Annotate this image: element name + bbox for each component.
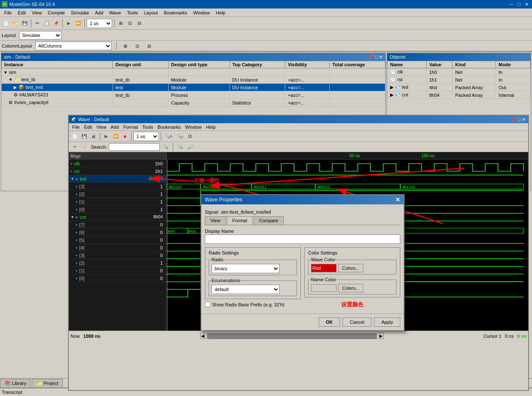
wave-add-btn[interactable]: + bbox=[71, 142, 79, 152]
display-name-input[interactable] bbox=[205, 235, 400, 244]
wave-pin-btn[interactable]: 📌 bbox=[511, 117, 517, 122]
maximize-btn[interactable]: □ bbox=[516, 2, 522, 7]
wave-stop-btn[interactable]: ■ bbox=[121, 132, 129, 141]
menu-view[interactable]: View bbox=[29, 10, 45, 16]
wave-color-input[interactable] bbox=[311, 264, 337, 272]
wave-title-btns[interactable]: 📌 □ ✕ bbox=[511, 117, 526, 122]
signal-cnt-2[interactable]: ♦ [2] 1 bbox=[69, 259, 166, 267]
enumerations-select[interactable]: default none bbox=[212, 285, 280, 294]
signal-cnt[interactable]: ▼ ◈ cnt 8h04 bbox=[69, 213, 166, 221]
sim-title-btns[interactable]: 📌 □ ✕ bbox=[368, 54, 383, 60]
sim-row-vsim[interactable]: ⚙ #vsim_capacity# CapacityStatistics+acc… bbox=[2, 99, 385, 107]
col-tb2[interactable]: ⊡ bbox=[133, 41, 141, 51]
ok-button[interactable]: OK bbox=[319, 317, 340, 327]
menu-compile[interactable]: Compile bbox=[45, 10, 67, 16]
obj-row-cnt[interactable]: ▶ 💎 cnt8h04Packed ArrayInternal bbox=[388, 91, 531, 99]
wave-menu-window[interactable]: Window bbox=[184, 124, 204, 130]
wave-scroll-left[interactable]: ◀ bbox=[200, 333, 205, 339]
close-btn[interactable]: ✕ bbox=[523, 2, 530, 7]
sim-row-always[interactable]: ⚙ #ALWAYS#23 test_tbProcess+acc=... bbox=[2, 91, 385, 99]
cnt-expand-icon[interactable]: ▼ bbox=[71, 215, 74, 219]
menu-wave[interactable]: Wave bbox=[107, 10, 124, 16]
col-design-unit-type[interactable]: Design unit type bbox=[168, 61, 229, 68]
paste-btn[interactable]: 📌 bbox=[52, 19, 60, 28]
wave-tb2[interactable]: 💾 bbox=[80, 132, 88, 141]
project-tab[interactable]: 📁 Project bbox=[32, 379, 63, 388]
signal-led-3[interactable]: ♦ [3] 1 bbox=[69, 183, 166, 190]
dialog-close-btn[interactable]: ✕ bbox=[395, 196, 400, 203]
wave-menu-file[interactable]: File bbox=[71, 124, 82, 130]
signal-clk[interactable]: ♦ clk 1h0 bbox=[69, 160, 166, 167]
signal-cnt-3[interactable]: ♦ [3] 0 bbox=[69, 252, 166, 259]
signal-led-2[interactable]: ♦ [2] 1 bbox=[69, 190, 166, 198]
wave-menu-help[interactable]: Help bbox=[204, 124, 218, 130]
layout-select[interactable]: Simulate Debug Default bbox=[19, 31, 62, 40]
radix-select[interactable]: binary hex decimal octal unsigned bbox=[212, 264, 280, 273]
tab-format[interactable]: Format bbox=[227, 216, 253, 225]
wave-max-btn[interactable]: □ bbox=[518, 117, 521, 122]
signal-cnt-7[interactable]: ♦ [7] 0 bbox=[69, 221, 166, 229]
wave-scroll-right[interactable]: ▶ bbox=[379, 333, 384, 339]
obj-col-value[interactable]: Value bbox=[426, 61, 452, 68]
col-instance[interactable]: Instance bbox=[2, 61, 113, 68]
obj-row-rst[interactable]: 🕐 rst1h1NetIn bbox=[388, 76, 531, 84]
tb2[interactable]: ⊡ bbox=[126, 19, 134, 28]
sim-row-testinst[interactable]: ▶ 📦 test_inst testModuleDU Instance+acc=… bbox=[2, 84, 385, 91]
menu-window[interactable]: Window bbox=[191, 10, 212, 16]
wave-menu-format[interactable]: Format bbox=[122, 124, 140, 130]
signal-cnt-5[interactable]: ♦ [5] 0 bbox=[69, 236, 166, 244]
wave-del-btn[interactable]: - bbox=[81, 142, 89, 152]
wave-zoom-in2[interactable]: 🔍 bbox=[176, 142, 184, 152]
menu-edit[interactable]: Edit bbox=[15, 10, 28, 16]
menu-add[interactable]: Add bbox=[93, 10, 106, 16]
column-layout-select[interactable]: AllColumns Standard Minimal bbox=[35, 42, 112, 50]
wave-step-btn[interactable]: ⏩ bbox=[111, 132, 120, 141]
sim-max-btn[interactable]: □ bbox=[375, 54, 378, 60]
step-btn[interactable]: ⏩ bbox=[74, 19, 82, 28]
name-colors-btn[interactable]: Colors... bbox=[338, 284, 363, 292]
obj-row-clk[interactable]: 🕐 clk1h0NetIn bbox=[388, 68, 531, 76]
wave-zoom-out[interactable]: 🔍- bbox=[175, 132, 185, 141]
time-unit-select[interactable]: 1 us bbox=[87, 19, 112, 28]
copy-btn[interactable]: 📋 bbox=[42, 19, 51, 28]
wave-menu-view[interactable]: View bbox=[95, 124, 108, 130]
sim-close-btn[interactable]: ✕ bbox=[379, 54, 383, 60]
show-radix-checkbox[interactable] bbox=[205, 302, 210, 307]
apply-button[interactable]: Apply bbox=[374, 317, 400, 327]
obj-col-name[interactable]: Name bbox=[388, 61, 427, 68]
wave-zoom-out2[interactable]: 🔎 bbox=[186, 142, 195, 152]
signal-cnt-0[interactable]: ♦ [0] 0 bbox=[69, 274, 166, 282]
sim-row-sim[interactable]: ▼ sim bbox=[2, 68, 385, 76]
menu-file[interactable]: File bbox=[2, 10, 14, 16]
signal-led-1[interactable]: ♦ [1] 1 bbox=[69, 198, 166, 206]
col-visibility[interactable]: Visibility bbox=[285, 61, 330, 68]
menu-bookmarks[interactable]: Bookmarks bbox=[161, 10, 190, 16]
cancel-button[interactable]: Cancel bbox=[342, 317, 371, 327]
col-tb3[interactable]: ⊟ bbox=[145, 41, 153, 51]
col-tb1[interactable]: ⊞ bbox=[121, 41, 130, 51]
signal-led-0[interactable]: ♦ [0] 1 bbox=[69, 206, 166, 213]
minimize-btn[interactable]: ─ bbox=[509, 2, 515, 7]
wave-zoom-fit[interactable]: ⊡ bbox=[186, 132, 194, 141]
new-btn[interactable]: 📄 bbox=[2, 19, 10, 28]
wave-close-btn[interactable]: ✕ bbox=[522, 117, 526, 122]
wave-run-btn[interactable]: ▶ bbox=[102, 132, 110, 141]
wave-menu-bookmarks[interactable]: Bookmarks bbox=[156, 124, 182, 130]
signal-rst[interactable]: ♦ rst 1h1 bbox=[69, 167, 166, 175]
signal-cnt-6[interactable]: ♦ [6] 0 bbox=[69, 229, 166, 236]
wave-time-unit[interactable]: 1 us bbox=[133, 132, 159, 141]
menu-simulate[interactable]: Simulate bbox=[68, 10, 92, 16]
col-top-category[interactable]: Top Category bbox=[229, 61, 285, 68]
wave-menu-edit[interactable]: Edit bbox=[82, 124, 94, 130]
col-total-coverage[interactable]: Total coverage bbox=[330, 61, 385, 68]
wave-colors-btn[interactable]: Colors... bbox=[338, 264, 363, 272]
led-expand-icon[interactable]: ▼ bbox=[71, 177, 74, 181]
open-btn[interactable]: 📂 bbox=[11, 19, 20, 28]
library-tab[interactable]: 📚 Library bbox=[0, 379, 31, 388]
run-btn[interactable]: ▶ bbox=[65, 19, 73, 28]
window-controls[interactable]: ─ □ ✕ bbox=[509, 2, 530, 7]
signal-cnt-4[interactable]: ♦ [4] 0 bbox=[69, 244, 166, 252]
wave-search-input[interactable] bbox=[109, 143, 160, 151]
tab-view[interactable]: View bbox=[205, 216, 226, 225]
obj-col-kind[interactable]: Kind bbox=[453, 61, 496, 68]
